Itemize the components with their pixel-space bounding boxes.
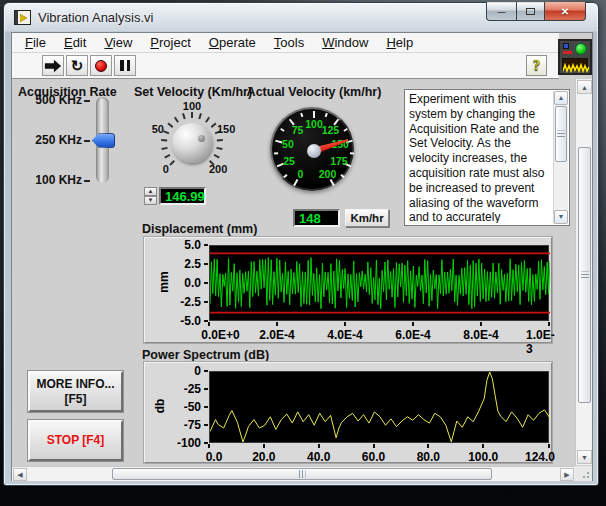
labview-app-icon <box>14 10 31 25</box>
knob-indicator-dot <box>198 135 205 142</box>
x-tick-label: 2.0E-4 <box>259 328 294 342</box>
set-velocity-display[interactable]: 146.99 <box>159 187 206 205</box>
run-arrow-icon <box>44 59 62 73</box>
menu-item-project[interactable]: Project <box>141 34 199 51</box>
gauge-tick <box>274 152 278 154</box>
y-tick-label: -2.5 <box>165 295 201 309</box>
x-tick-label: 1.0E-3 <box>526 328 555 356</box>
horizontal-scroll-thumb[interactable] <box>112 468 492 480</box>
gauge-scale-number: 200 <box>319 168 337 180</box>
textbox-scrollbar[interactable]: ▲ ▼ <box>553 91 568 224</box>
y-tick-mark <box>204 406 208 408</box>
abort-button[interactable] <box>90 55 112 76</box>
vertical-scroll-thumb[interactable] <box>578 147 591 403</box>
menu-item-edit[interactable]: Edit <box>55 34 95 51</box>
title-bar[interactable]: Vibration Analysis.vi — ✕ <box>4 3 598 31</box>
loop-arrows-icon: ↻ <box>71 58 84 73</box>
close-button[interactable]: ✕ <box>544 2 586 21</box>
maximize-button[interactable] <box>516 2 544 21</box>
menu-item-tools[interactable]: Tools <box>265 34 313 51</box>
scroll-up-icon[interactable]: ▲ <box>554 91 568 105</box>
y-tick-label: -5.0 <box>165 314 201 328</box>
scroll-down-icon[interactable]: ▼ <box>577 450 592 464</box>
x-tick-label: 20.0 <box>252 450 275 464</box>
scroll-right-icon[interactable]: ▶ <box>560 468 574 481</box>
x-tick-label: 124.0 <box>525 450 555 464</box>
x-tick-mark <box>276 322 278 326</box>
x-tick-mark <box>482 444 484 448</box>
scroll-up-icon[interactable]: ▲ <box>577 80 592 94</box>
menu-item-operate[interactable]: Operate <box>200 34 265 51</box>
y-axis-name: db <box>153 399 167 414</box>
menu-bar: FileEditViewProjectOperateToolsWindowHel… <box>12 33 559 53</box>
vi-icon-red-bar <box>563 51 572 54</box>
y-tick-mark <box>204 301 208 303</box>
menu-item-window[interactable]: Window <box>313 34 377 51</box>
gauge-scale-number: 0 <box>298 168 304 180</box>
spin-up-icon[interactable]: ▲ <box>144 187 157 196</box>
x-tick-mark <box>373 444 375 448</box>
x-tick-mark <box>344 322 346 326</box>
knob-tick <box>217 139 223 142</box>
stop-button[interactable]: STOP [F4] <box>28 420 123 461</box>
x-tick-mark <box>427 444 429 448</box>
knob-tick <box>169 160 175 166</box>
knob-tick <box>161 139 167 142</box>
y-axis-name: mm <box>157 271 171 292</box>
run-continuously-button[interactable]: ↻ <box>66 55 88 76</box>
x-tick-label: 6.0E-4 <box>395 328 430 342</box>
knob-scale-number: 50 <box>152 123 164 135</box>
x-tick-mark <box>263 444 265 448</box>
knob-tick <box>174 117 179 123</box>
more-info-button[interactable]: MORE INFO... [F5] <box>28 371 123 412</box>
panel-area: Acquisition Rate 500 KHz250 KHz100 KHz S… <box>12 79 575 466</box>
knob-tick <box>211 123 217 128</box>
x-tick-label: 0.0E+0 <box>201 328 239 342</box>
gauge-scale-number: 50 <box>282 138 294 150</box>
y-tick-label: -100 <box>165 436 201 450</box>
plot-area <box>209 371 549 443</box>
vertical-scrollbar[interactable]: ▲ ▼ <box>575 79 592 465</box>
gauge-scale-number: 100 <box>305 118 323 130</box>
actual-velocity-label: Actual Velocity (km/hr) <box>233 85 395 99</box>
menu-item-file[interactable]: File <box>16 34 55 51</box>
textbox-scroll-thumb[interactable] <box>555 106 567 162</box>
vi-icon <box>558 39 592 75</box>
menu-item-help[interactable]: Help <box>377 34 422 51</box>
actual-velocity-display: 148 <box>293 209 340 227</box>
minimize-button[interactable]: — <box>486 2 516 21</box>
pause-button[interactable] <box>114 55 136 76</box>
slider-tick-label: 500 KHz <box>18 93 90 107</box>
run-button[interactable] <box>42 55 64 76</box>
set-velocity-spinner: ▲▼ <box>144 187 157 205</box>
y-tick-mark <box>204 244 208 246</box>
set-velocity-knob[interactable]: 050100150200 <box>152 103 232 183</box>
gauge-tick <box>350 152 354 154</box>
y-tick-label: 0 <box>165 364 201 378</box>
knob-tick <box>167 123 173 128</box>
context-help-button[interactable]: ? <box>526 55 547 76</box>
horizontal-scrollbar[interactable]: ◀ ▶ <box>12 466 575 481</box>
instructions-text: Experiment with this system by changing … <box>409 92 549 223</box>
vi-icon-knob-glyph <box>575 43 587 55</box>
more-info-button-key: [F5] <box>65 392 87 407</box>
knob-tick <box>182 113 186 119</box>
y-tick-label: -25 <box>165 382 201 396</box>
y-tick-label: -50 <box>165 400 201 414</box>
app-window: Vibration Analysis.vi — ✕ FileEditViewPr… <box>3 2 599 486</box>
scroll-left-icon[interactable]: ◀ <box>13 468 27 481</box>
vi-front-panel: FileEditViewProjectOperateToolsWindowHel… <box>11 32 593 481</box>
spin-down-icon[interactable]: ▼ <box>144 196 157 205</box>
vi-icon-blue-square <box>563 43 569 49</box>
menu-item-view[interactable]: View <box>95 34 141 51</box>
x-tick-label: 4.0E-4 <box>327 328 362 342</box>
y-tick-mark <box>204 388 208 390</box>
y-tick-mark <box>204 263 208 265</box>
x-tick-label: 0.0 <box>206 450 223 464</box>
knob-tick <box>191 112 193 118</box>
resize-grip[interactable] <box>575 466 592 481</box>
window-title: Vibration Analysis.vi <box>38 10 153 25</box>
knob-scale-number: 200 <box>209 163 227 175</box>
scroll-down-icon[interactable]: ▼ <box>554 210 568 224</box>
slider-tick-label: 100 KHz <box>18 173 90 187</box>
